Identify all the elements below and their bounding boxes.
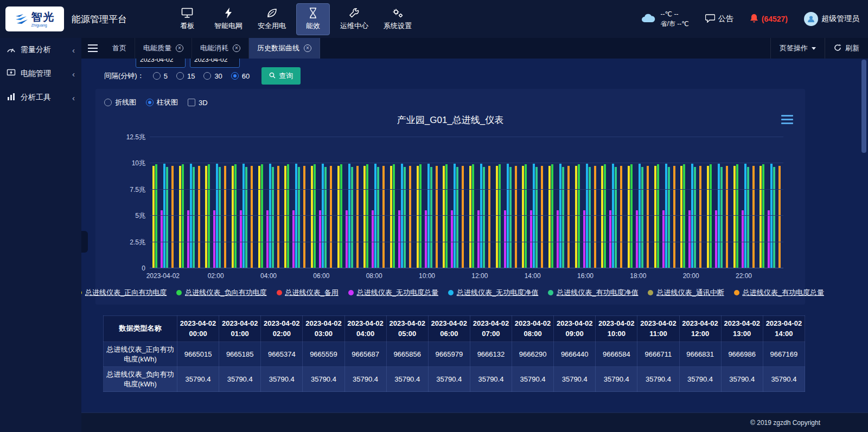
chart-type-option-柱状图[interactable]: 柱状图 [146, 98, 178, 107]
bar-总进线仪表_有功电度总量[interactable] [251, 166, 253, 268]
bar-总进线仪表_正向有功电度[interactable] [680, 166, 682, 268]
checkbox-icon[interactable] [188, 99, 195, 106]
bar-总进线仪表_负向有功电度[interactable] [551, 164, 553, 268]
bar-总进线仪表_正向有功电度[interactable] [733, 166, 736, 268]
tab-历史数据曲线[interactable]: 历史数据曲线× [249, 38, 320, 59]
bar-总进线仪表_有功电度净值[interactable] [668, 167, 670, 268]
notice-button[interactable]: 公告 [705, 14, 733, 24]
tab-电能消耗[interactable]: 电能消耗× [192, 38, 249, 59]
start-date-input[interactable]: 2023-04-02 [136, 59, 186, 68]
bar-总进线仪表_正向有功电度[interactable] [205, 166, 207, 268]
bar-总进线仪表_有功电度总量[interactable] [356, 166, 359, 268]
bar-总进线仪表_无功电度总量[interactable] [213, 210, 215, 268]
legend-item-总进线仪表_有功电度总量[interactable]: 总进线仪表_有功电度总量 [734, 288, 824, 298]
bar-总进线仪表_有功电度总量[interactable] [462, 166, 464, 268]
bar-总进线仪表_有功电度净值[interactable] [324, 167, 327, 268]
bar-总进线仪表_无功电度总量[interactable] [292, 210, 295, 268]
tab-首页[interactable]: 首页 [104, 38, 135, 59]
legend-item-总进线仪表_无功电度净值[interactable]: 总进线仪表_无功电度净值 [448, 288, 538, 298]
nav-item-安全用电[interactable]: 安全用电 [253, 3, 291, 35]
refresh-button[interactable]: 刷新 [825, 38, 868, 59]
bar-总进线仪表_有功电度净值[interactable] [272, 167, 274, 268]
bar-总进线仪表_负向有功电度[interactable] [366, 164, 368, 268]
bar-总进线仪表_负向有功电度[interactable] [314, 164, 316, 268]
bar-总进线仪表_负向有功电度[interactable] [499, 164, 501, 268]
bar-总进线仪表_有功电度总量[interactable] [488, 166, 490, 268]
bar-总进线仪表_负向有功电度[interactable] [525, 164, 527, 268]
bar-总进线仪表_无功电度总量[interactable] [688, 210, 691, 268]
bar-总进线仪表_无功电度总量[interactable] [609, 210, 611, 268]
legend-item-总进线仪表_通讯中断[interactable]: 总进线仪表_通讯中断 [648, 288, 724, 298]
legend-item-总进线仪表_正向有功电度[interactable]: 总进线仪表_正向有功电度 [81, 288, 167, 298]
sidebar-item-电能管理[interactable]: 电能管理‹ [0, 62, 81, 86]
radio-icon[interactable] [146, 99, 154, 106]
bar-总进线仪表_有功电度净值[interactable] [245, 167, 247, 268]
bar-总进线仪表_正向有功电度[interactable] [601, 166, 603, 268]
bar-总进线仪表_负向有功电度[interactable] [340, 164, 342, 268]
bar-总进线仪表_有功电度总量[interactable] [171, 166, 174, 268]
nav-item-能效[interactable]: 能效 [296, 3, 330, 35]
close-icon[interactable]: × [304, 44, 311, 52]
radio-icon[interactable] [231, 72, 239, 80]
bar-总进线仪表_无功电度总量[interactable] [742, 210, 744, 268]
bar-总进线仪表_无功电度总量[interactable] [636, 210, 638, 268]
bar-总进线仪表_无功电度总量[interactable] [662, 210, 665, 268]
interval-option-30[interactable]: 30 [203, 72, 222, 80]
bar-总进线仪表_正向有功电度[interactable] [417, 166, 419, 268]
nav-item-看板[interactable]: 看板 [170, 3, 204, 35]
bar-总进线仪表_负向有功电度[interactable] [182, 164, 184, 268]
tab-actions-button[interactable]: 页签操作 [770, 38, 825, 59]
bar-总进线仪表_正向有功电度[interactable] [179, 166, 181, 268]
sidebar-item-分析工具[interactable]: 分析工具‹ [0, 86, 81, 109]
bar-总进线仪表_无功电度总量[interactable] [768, 210, 770, 268]
bar-总进线仪表_负向有功电度[interactable] [287, 164, 289, 268]
bar-总进线仪表_有功电度净值[interactable] [219, 167, 221, 268]
bar-总进线仪表_负向有功电度[interactable] [710, 164, 712, 268]
legend-item-总进线仪表_备用[interactable]: 总进线仪表_备用 [277, 288, 339, 298]
bar-总进线仪表_无功电度总量[interactable] [425, 210, 427, 268]
scrollbar-thumb[interactable] [861, 60, 866, 153]
bar-总进线仪表_正向有功电度[interactable] [548, 166, 551, 268]
bar-总进线仪表_负向有功电度[interactable] [604, 164, 606, 268]
bar-总进线仪表_无功电度总量[interactable] [557, 210, 559, 268]
bar-总进线仪表_正向有功电度[interactable] [284, 166, 286, 268]
bar-总进线仪表_正向有功电度[interactable] [152, 166, 155, 268]
bar-总进线仪表_负向有功电度[interactable] [208, 164, 210, 268]
close-icon[interactable]: × [176, 44, 183, 52]
bar-总进线仪表_无功电度总量[interactable] [398, 210, 400, 268]
bar-总进线仪表_正向有功电度[interactable] [337, 166, 340, 268]
bar-总进线仪表_无功电度总量[interactable] [266, 210, 269, 268]
bar-总进线仪表_负向有功电度[interactable] [578, 164, 580, 268]
bar-总进线仪表_正向有功电度[interactable] [760, 166, 762, 268]
bar-总进线仪表_有功电度净值[interactable] [483, 167, 485, 268]
bar-总进线仪表_有功电度净值[interactable] [430, 167, 432, 268]
radio-icon[interactable] [153, 72, 161, 80]
chart-context-menu-icon[interactable] [781, 115, 793, 124]
bar-总进线仪表_有功电度净值[interactable] [773, 167, 775, 268]
bar-总进线仪表_正向有功电度[interactable] [311, 166, 313, 268]
bar-总进线仪表_有功电度净值[interactable] [720, 167, 723, 268]
bar-总进线仪表_正向有功电度[interactable] [443, 166, 445, 268]
bar-总进线仪表_有功电度总量[interactable] [224, 166, 226, 268]
bar-总进线仪表_无功电度总量[interactable] [240, 210, 242, 268]
interval-option-60[interactable]: 60 [231, 72, 250, 80]
chart-type-option-折线图[interactable]: 折线图 [104, 98, 136, 107]
tab-电能质量[interactable]: 电能质量× [135, 38, 192, 59]
nav-item-智能电网[interactable]: 智能电网 [209, 3, 247, 35]
bar-总进线仪表_有功电度总量[interactable] [515, 166, 517, 268]
bar-总进线仪表_正向有功电度[interactable] [496, 166, 498, 268]
bar-总进线仪表_有功电度净值[interactable] [456, 167, 458, 268]
bar-总进线仪表_无功电度总量[interactable] [346, 210, 348, 268]
bar-总进线仪表_无功电度总量[interactable] [530, 210, 532, 268]
bar-总进线仪表_正向有功电度[interactable] [258, 166, 260, 268]
bar-总进线仪表_有功电度总量[interactable] [541, 166, 543, 268]
alarm-button[interactable]: (64527) [750, 14, 788, 25]
bar-总进线仪表_无功电度总量[interactable] [372, 210, 374, 268]
radio-icon[interactable] [176, 72, 184, 80]
bar-总进线仪表_有功电度净值[interactable] [641, 167, 643, 268]
bar-总进线仪表_有功电度净值[interactable] [694, 167, 696, 268]
bar-总进线仪表_负向有功电度[interactable] [683, 164, 685, 268]
bar-总进线仪表_正向有功电度[interactable] [390, 166, 392, 268]
bar-总进线仪表_有功电度总量[interactable] [409, 166, 411, 268]
bar-总进线仪表_有功电度总量[interactable] [620, 166, 622, 268]
